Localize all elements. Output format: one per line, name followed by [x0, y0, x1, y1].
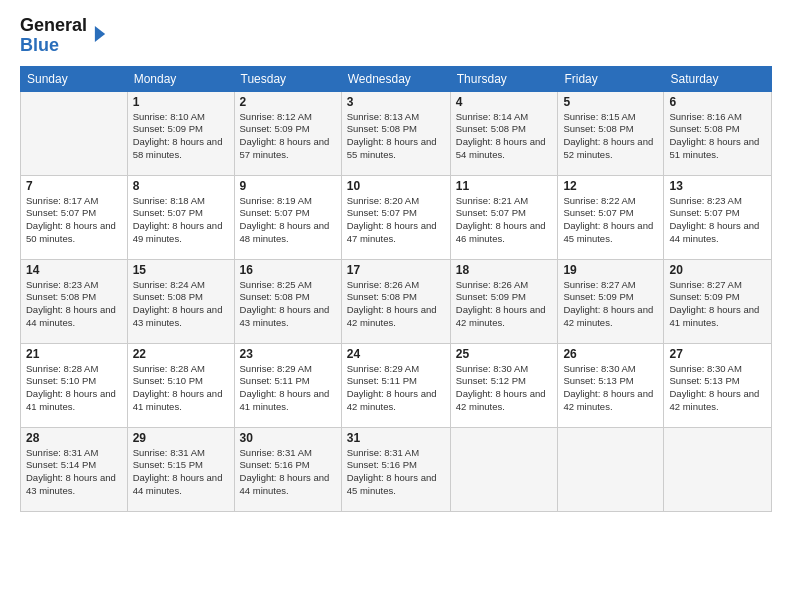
- day-info: Sunrise: 8:29 AMSunset: 5:11 PMDaylight:…: [347, 363, 445, 414]
- calendar-cell: 20Sunrise: 8:27 AMSunset: 5:09 PMDayligh…: [664, 259, 772, 343]
- day-number: 8: [133, 179, 229, 193]
- calendar-cell: 10Sunrise: 8:20 AMSunset: 5:07 PMDayligh…: [341, 175, 450, 259]
- calendar-cell: 29Sunrise: 8:31 AMSunset: 5:15 PMDayligh…: [127, 427, 234, 511]
- day-info: Sunrise: 8:23 AMSunset: 5:07 PMDaylight:…: [669, 195, 766, 246]
- day-number: 10: [347, 179, 445, 193]
- day-info: Sunrise: 8:20 AMSunset: 5:07 PMDaylight:…: [347, 195, 445, 246]
- logo-general: General: [20, 16, 87, 36]
- week-row-3: 14Sunrise: 8:23 AMSunset: 5:08 PMDayligh…: [21, 259, 772, 343]
- day-number: 21: [26, 347, 122, 361]
- day-info: Sunrise: 8:15 AMSunset: 5:08 PMDaylight:…: [563, 111, 658, 162]
- calendar-cell: [21, 91, 128, 175]
- calendar-cell: 26Sunrise: 8:30 AMSunset: 5:13 PMDayligh…: [558, 343, 664, 427]
- day-number: 28: [26, 431, 122, 445]
- day-number: 6: [669, 95, 766, 109]
- calendar-cell: 27Sunrise: 8:30 AMSunset: 5:13 PMDayligh…: [664, 343, 772, 427]
- day-number: 19: [563, 263, 658, 277]
- day-number: 14: [26, 263, 122, 277]
- weekday-header-sunday: Sunday: [21, 66, 128, 91]
- day-number: 11: [456, 179, 553, 193]
- page-container: General Blue SundayMondayTuesdayWednesda…: [0, 0, 792, 612]
- day-info: Sunrise: 8:10 AMSunset: 5:09 PMDaylight:…: [133, 111, 229, 162]
- svg-marker-0: [95, 26, 105, 42]
- calendar-table: SundayMondayTuesdayWednesdayThursdayFrid…: [20, 66, 772, 512]
- day-number: 15: [133, 263, 229, 277]
- header: General Blue: [20, 16, 772, 56]
- day-number: 16: [240, 263, 336, 277]
- calendar-cell: 7Sunrise: 8:17 AMSunset: 5:07 PMDaylight…: [21, 175, 128, 259]
- day-number: 31: [347, 431, 445, 445]
- calendar-cell: 25Sunrise: 8:30 AMSunset: 5:12 PMDayligh…: [450, 343, 558, 427]
- day-info: Sunrise: 8:28 AMSunset: 5:10 PMDaylight:…: [133, 363, 229, 414]
- calendar-cell: 11Sunrise: 8:21 AMSunset: 5:07 PMDayligh…: [450, 175, 558, 259]
- day-number: 3: [347, 95, 445, 109]
- calendar-cell: 18Sunrise: 8:26 AMSunset: 5:09 PMDayligh…: [450, 259, 558, 343]
- day-info: Sunrise: 8:31 AMSunset: 5:14 PMDaylight:…: [26, 447, 122, 498]
- calendar-cell: 22Sunrise: 8:28 AMSunset: 5:10 PMDayligh…: [127, 343, 234, 427]
- calendar-cell: 21Sunrise: 8:28 AMSunset: 5:10 PMDayligh…: [21, 343, 128, 427]
- day-info: Sunrise: 8:29 AMSunset: 5:11 PMDaylight:…: [240, 363, 336, 414]
- weekday-header-row: SundayMondayTuesdayWednesdayThursdayFrid…: [21, 66, 772, 91]
- day-info: Sunrise: 8:26 AMSunset: 5:09 PMDaylight:…: [456, 279, 553, 330]
- day-number: 13: [669, 179, 766, 193]
- calendar-cell: [664, 427, 772, 511]
- day-number: 1: [133, 95, 229, 109]
- calendar-cell: 17Sunrise: 8:26 AMSunset: 5:08 PMDayligh…: [341, 259, 450, 343]
- calendar-cell: 23Sunrise: 8:29 AMSunset: 5:11 PMDayligh…: [234, 343, 341, 427]
- day-info: Sunrise: 8:30 AMSunset: 5:13 PMDaylight:…: [563, 363, 658, 414]
- week-row-1: 1Sunrise: 8:10 AMSunset: 5:09 PMDaylight…: [21, 91, 772, 175]
- day-number: 30: [240, 431, 336, 445]
- day-info: Sunrise: 8:28 AMSunset: 5:10 PMDaylight:…: [26, 363, 122, 414]
- calendar-cell: 12Sunrise: 8:22 AMSunset: 5:07 PMDayligh…: [558, 175, 664, 259]
- day-info: Sunrise: 8:18 AMSunset: 5:07 PMDaylight:…: [133, 195, 229, 246]
- calendar-cell: 16Sunrise: 8:25 AMSunset: 5:08 PMDayligh…: [234, 259, 341, 343]
- calendar-cell: 19Sunrise: 8:27 AMSunset: 5:09 PMDayligh…: [558, 259, 664, 343]
- weekday-header-thursday: Thursday: [450, 66, 558, 91]
- calendar-cell: 31Sunrise: 8:31 AMSunset: 5:16 PMDayligh…: [341, 427, 450, 511]
- calendar-cell: 3Sunrise: 8:13 AMSunset: 5:08 PMDaylight…: [341, 91, 450, 175]
- day-info: Sunrise: 8:31 AMSunset: 5:16 PMDaylight:…: [347, 447, 445, 498]
- week-row-5: 28Sunrise: 8:31 AMSunset: 5:14 PMDayligh…: [21, 427, 772, 511]
- logo: General Blue: [20, 16, 111, 56]
- day-number: 24: [347, 347, 445, 361]
- day-number: 25: [456, 347, 553, 361]
- day-number: 7: [26, 179, 122, 193]
- day-info: Sunrise: 8:21 AMSunset: 5:07 PMDaylight:…: [456, 195, 553, 246]
- day-info: Sunrise: 8:13 AMSunset: 5:08 PMDaylight:…: [347, 111, 445, 162]
- day-info: Sunrise: 8:30 AMSunset: 5:13 PMDaylight:…: [669, 363, 766, 414]
- day-number: 2: [240, 95, 336, 109]
- day-number: 23: [240, 347, 336, 361]
- weekday-header-friday: Friday: [558, 66, 664, 91]
- day-info: Sunrise: 8:24 AMSunset: 5:08 PMDaylight:…: [133, 279, 229, 330]
- day-info: Sunrise: 8:27 AMSunset: 5:09 PMDaylight:…: [669, 279, 766, 330]
- logo-icon: [89, 23, 111, 45]
- day-info: Sunrise: 8:31 AMSunset: 5:16 PMDaylight:…: [240, 447, 336, 498]
- week-row-2: 7Sunrise: 8:17 AMSunset: 5:07 PMDaylight…: [21, 175, 772, 259]
- day-info: Sunrise: 8:30 AMSunset: 5:12 PMDaylight:…: [456, 363, 553, 414]
- calendar-cell: 4Sunrise: 8:14 AMSunset: 5:08 PMDaylight…: [450, 91, 558, 175]
- calendar-cell: [558, 427, 664, 511]
- day-info: Sunrise: 8:22 AMSunset: 5:07 PMDaylight:…: [563, 195, 658, 246]
- day-info: Sunrise: 8:12 AMSunset: 5:09 PMDaylight:…: [240, 111, 336, 162]
- day-info: Sunrise: 8:14 AMSunset: 5:08 PMDaylight:…: [456, 111, 553, 162]
- day-info: Sunrise: 8:27 AMSunset: 5:09 PMDaylight:…: [563, 279, 658, 330]
- day-info: Sunrise: 8:19 AMSunset: 5:07 PMDaylight:…: [240, 195, 336, 246]
- weekday-header-wednesday: Wednesday: [341, 66, 450, 91]
- calendar-cell: 24Sunrise: 8:29 AMSunset: 5:11 PMDayligh…: [341, 343, 450, 427]
- day-number: 12: [563, 179, 658, 193]
- day-info: Sunrise: 8:25 AMSunset: 5:08 PMDaylight:…: [240, 279, 336, 330]
- day-info: Sunrise: 8:17 AMSunset: 5:07 PMDaylight:…: [26, 195, 122, 246]
- day-number: 27: [669, 347, 766, 361]
- calendar-cell: 9Sunrise: 8:19 AMSunset: 5:07 PMDaylight…: [234, 175, 341, 259]
- day-number: 9: [240, 179, 336, 193]
- day-info: Sunrise: 8:26 AMSunset: 5:08 PMDaylight:…: [347, 279, 445, 330]
- calendar-cell: 6Sunrise: 8:16 AMSunset: 5:08 PMDaylight…: [664, 91, 772, 175]
- calendar-cell: 1Sunrise: 8:10 AMSunset: 5:09 PMDaylight…: [127, 91, 234, 175]
- calendar-cell: 5Sunrise: 8:15 AMSunset: 5:08 PMDaylight…: [558, 91, 664, 175]
- weekday-header-monday: Monday: [127, 66, 234, 91]
- calendar-cell: 13Sunrise: 8:23 AMSunset: 5:07 PMDayligh…: [664, 175, 772, 259]
- week-row-4: 21Sunrise: 8:28 AMSunset: 5:10 PMDayligh…: [21, 343, 772, 427]
- day-number: 4: [456, 95, 553, 109]
- calendar-cell: 15Sunrise: 8:24 AMSunset: 5:08 PMDayligh…: [127, 259, 234, 343]
- calendar-cell: 2Sunrise: 8:12 AMSunset: 5:09 PMDaylight…: [234, 91, 341, 175]
